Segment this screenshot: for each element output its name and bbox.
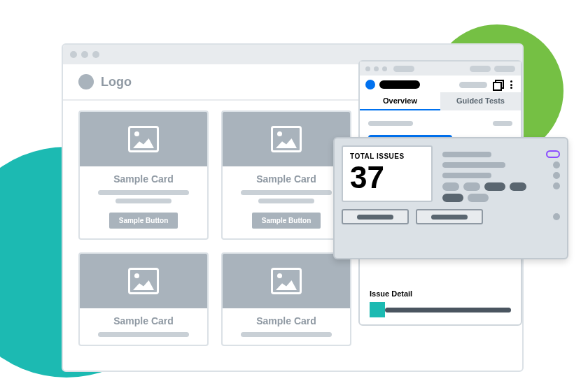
chip[interactable]	[442, 182, 459, 191]
metric-placeholder	[442, 162, 505, 168]
chip-active[interactable]	[484, 182, 505, 191]
results-footer	[342, 209, 560, 224]
text-placeholder	[258, 199, 314, 203]
chip-active[interactable]	[510, 182, 526, 191]
filter-chips	[442, 182, 560, 191]
total-issues-label: TOTAL ISSUES	[350, 152, 424, 160]
card-image	[80, 112, 207, 166]
total-issues-count: 37	[350, 160, 424, 196]
card-image	[223, 112, 350, 166]
kebab-menu-icon[interactable]	[507, 80, 515, 89]
placeholder	[470, 66, 491, 72]
metric-placeholder	[442, 152, 491, 157]
text-placeholder	[98, 332, 189, 337]
traffic-light-icon	[81, 51, 88, 58]
issue-detail-section: Issue Detail	[360, 282, 521, 324]
text-placeholder	[98, 190, 189, 195]
sample-button[interactable]: Sample Button	[252, 213, 321, 229]
issue-detail-label: Issue Detail	[370, 289, 511, 298]
image-placeholder-icon	[271, 268, 302, 294]
extension-tabs: Overview Guided Tests	[360, 92, 521, 110]
info-dot-icon[interactable]	[553, 172, 560, 179]
sample-card[interactable]: Sample Card Sample Button	[78, 110, 209, 240]
results-breakdown	[442, 145, 560, 202]
card-image	[80, 254, 207, 308]
text-placeholder	[493, 121, 512, 126]
action-button[interactable]	[416, 209, 483, 224]
info-dot-icon[interactable]	[553, 213, 560, 220]
progress-track[interactable]	[385, 308, 511, 312]
traffic-light-icon	[92, 51, 99, 58]
logo-icon	[78, 74, 94, 89]
sample-card[interactable]: Sample Card Sample Button	[221, 110, 351, 240]
toolbar-placeholder	[459, 82, 487, 88]
placeholder	[494, 66, 515, 72]
text-placeholder	[115, 199, 172, 203]
sample-card[interactable]: Sample Card	[221, 252, 351, 346]
image-placeholder-icon	[128, 126, 159, 152]
chip-active[interactable]	[442, 194, 463, 202]
chip[interactable]	[468, 194, 489, 202]
action-button[interactable]	[342, 209, 409, 224]
issue-progress	[370, 302, 511, 317]
total-issues-box: TOTAL ISSUES 37	[342, 145, 433, 202]
info-dot-icon[interactable]	[553, 182, 560, 189]
image-placeholder-icon	[271, 126, 302, 152]
copy-icon[interactable]	[493, 80, 503, 89]
traffic-light-icon	[382, 66, 387, 71]
tab-overview[interactable]: Overview	[360, 92, 440, 110]
brand-name-placeholder	[379, 80, 420, 89]
traffic-light-icon	[365, 66, 370, 71]
extension-toolbar	[360, 76, 521, 92]
sample-card[interactable]: Sample Card	[78, 252, 209, 346]
results-popover: TOTAL ISSUES 37	[333, 137, 568, 259]
chip[interactable]	[463, 182, 480, 191]
card-title: Sample Card	[87, 315, 200, 326]
status-badge	[546, 150, 560, 158]
card-title: Sample Card	[230, 173, 343, 185]
text-placeholder	[241, 190, 332, 195]
traffic-light-icon	[70, 51, 77, 58]
tab-guided-tests[interactable]: Guided Tests	[440, 92, 521, 110]
sample-button[interactable]: Sample Button	[109, 213, 178, 229]
brand-dot-icon	[365, 80, 375, 89]
card-title: Sample Card	[230, 315, 343, 326]
title-placeholder	[393, 66, 414, 72]
info-dot-icon[interactable]	[553, 161, 560, 168]
text-placeholder	[368, 121, 413, 126]
progress-marker[interactable]	[370, 302, 385, 317]
card-image	[223, 254, 350, 308]
image-placeholder-icon	[128, 268, 159, 294]
traffic-light-icon	[374, 66, 379, 71]
card-title: Sample Card	[87, 173, 200, 185]
metric-placeholder	[442, 173, 491, 178]
extension-chrome	[360, 62, 521, 76]
text-placeholder	[241, 332, 332, 337]
logo-text: Logo	[101, 75, 132, 89]
